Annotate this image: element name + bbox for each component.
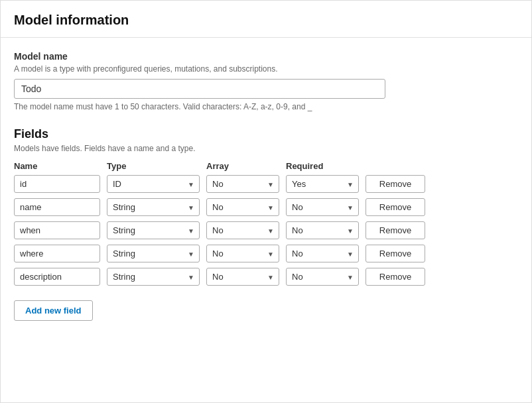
field-type-select[interactable]: IDStringIntFloatBooleanAWSDateAWSTimeAWS… (107, 221, 200, 239)
field-name-input[interactable] (14, 268, 100, 286)
field-required-select[interactable]: NoYes (286, 175, 359, 193)
remove-field-button[interactable]: Remove (366, 245, 425, 262)
remove-field-button[interactable]: Remove (366, 221, 425, 239)
field-required-select-wrapper: NoYes▼ (286, 245, 359, 262)
page-container: Model information Model name A model is … (0, 0, 532, 403)
field-required-select-wrapper: NoYes▼ (286, 175, 359, 193)
field-type-select[interactable]: IDStringIntFloatBooleanAWSDateAWSTimeAWS… (107, 268, 200, 286)
field-type-select[interactable]: IDStringIntFloatBooleanAWSDateAWSTimeAWS… (107, 245, 200, 262)
field-type-select[interactable]: IDStringIntFloatBooleanAWSDateAWSTimeAWS… (107, 198, 200, 216)
field-array-select[interactable]: NoYes (206, 175, 279, 193)
field-required-select-wrapper: NoYes▼ (286, 198, 359, 216)
field-array-select-wrapper: NoYes▼ (206, 221, 279, 239)
table-row: IDStringIntFloatBooleanAWSDateAWSTimeAWS… (14, 198, 518, 216)
field-type-select-wrapper: IDStringIntFloatBooleanAWSDateAWSTimeAWS… (107, 198, 200, 216)
page-header: Model information (1, 1, 531, 38)
field-array-select-wrapper: NoYes▼ (206, 198, 279, 216)
field-array-select-wrapper: NoYes▼ (206, 175, 279, 193)
add-new-field-button[interactable]: Add new field (14, 300, 93, 321)
field-required-select-wrapper: NoYes▼ (286, 221, 359, 239)
col-header-required: Required (286, 161, 359, 171)
field-type-select[interactable]: IDStringIntFloatBooleanAWSDateAWSTimeAWS… (107, 175, 200, 193)
field-name-input[interactable] (14, 245, 100, 262)
field-array-select[interactable]: NoYes (206, 221, 279, 239)
field-type-select-wrapper: IDStringIntFloatBooleanAWSDateAWSTimeAWS… (107, 245, 200, 262)
table-row: IDStringIntFloatBooleanAWSDateAWSTimeAWS… (14, 245, 518, 262)
field-type-select-wrapper: IDStringIntFloatBooleanAWSDateAWSTimeAWS… (107, 268, 200, 286)
fields-section: Fields Models have fields. Fields have a… (14, 127, 518, 321)
field-name-input[interactable] (14, 221, 100, 239)
field-required-select[interactable]: NoYes (286, 268, 359, 286)
col-header-type: Type (107, 161, 200, 171)
fields-title: Fields (14, 127, 518, 141)
content-area: Model name A model is a type with precon… (1, 38, 531, 350)
page-title: Model information (14, 13, 518, 28)
fields-table: Name Type Array Required IDStringIntFloa… (14, 161, 518, 286)
field-array-select[interactable]: NoYes (206, 198, 279, 216)
model-name-section: Model name A model is a type with precon… (14, 51, 518, 111)
remove-field-button[interactable]: Remove (366, 268, 425, 286)
field-array-select-wrapper: NoYes▼ (206, 268, 279, 286)
field-array-select[interactable]: NoYes (206, 268, 279, 286)
field-array-select-wrapper: NoYes▼ (206, 245, 279, 262)
fields-header-row: Name Type Array Required (14, 161, 518, 171)
field-type-select-wrapper: IDStringIntFloatBooleanAWSDateAWSTimeAWS… (107, 175, 200, 193)
model-name-description: A model is a type with preconfigured que… (14, 64, 518, 74)
field-name-input[interactable] (14, 175, 100, 193)
remove-field-button[interactable]: Remove (366, 198, 425, 216)
fields-description: Models have fields. Fields have a name a… (14, 144, 518, 153)
model-name-label: Model name (14, 51, 518, 62)
field-type-select-wrapper: IDStringIntFloatBooleanAWSDateAWSTimeAWS… (107, 221, 200, 239)
model-name-hint: The model name must have 1 to 50 charact… (14, 102, 518, 111)
table-row: IDStringIntFloatBooleanAWSDateAWSTimeAWS… (14, 221, 518, 239)
field-rows-container: IDStringIntFloatBooleanAWSDateAWSTimeAWS… (14, 175, 518, 286)
field-array-select[interactable]: NoYes (206, 245, 279, 262)
field-required-select-wrapper: NoYes▼ (286, 268, 359, 286)
table-row: IDStringIntFloatBooleanAWSDateAWSTimeAWS… (14, 268, 518, 286)
col-header-array: Array (206, 161, 279, 171)
field-required-select[interactable]: NoYes (286, 245, 359, 262)
col-header-name: Name (14, 161, 100, 171)
table-row: IDStringIntFloatBooleanAWSDateAWSTimeAWS… (14, 175, 518, 193)
field-name-input[interactable] (14, 198, 100, 216)
field-required-select[interactable]: NoYes (286, 198, 359, 216)
model-name-input[interactable] (14, 79, 385, 99)
remove-field-button[interactable]: Remove (366, 175, 425, 193)
field-required-select[interactable]: NoYes (286, 221, 359, 239)
